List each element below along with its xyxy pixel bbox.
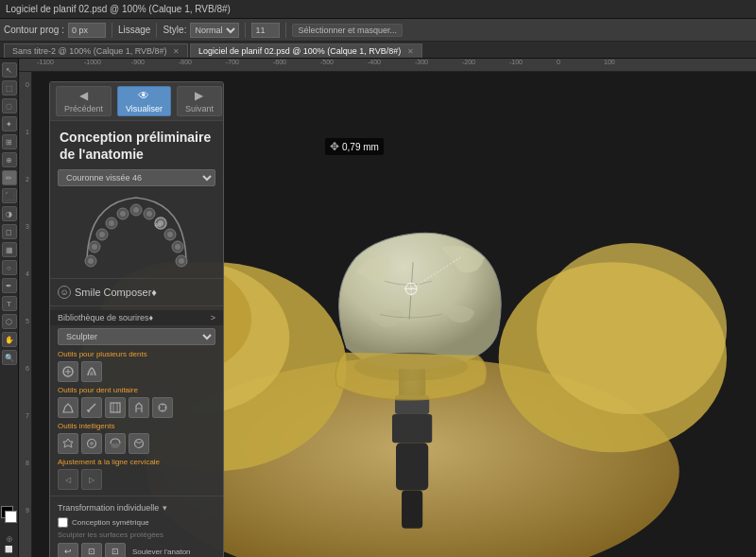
symmetric-row: Conception symétrique	[50, 515, 223, 530]
lissage-label: Lissage	[118, 25, 150, 35]
svg-point-5	[537, 243, 727, 414]
tab-bar: Sans titre-2 @ 100% (Calque 1, RVB/8#) ✕…	[0, 42, 756, 59]
ruler-horizontal: -1100 -1000 -900 -800 -700 -600 -500 -40…	[19, 59, 756, 72]
tab-0[interactable]: Sans titre-2 @ 100% (Calque 1, RVB/8#) ✕	[4, 44, 188, 58]
tool-crop[interactable]: ⊞	[2, 134, 17, 149]
tab-close-0[interactable]: ✕	[173, 47, 180, 56]
svg-point-33	[120, 211, 126, 217]
tool-single-2[interactable]	[81, 397, 102, 418]
tool-wand[interactable]: ✦	[2, 116, 17, 131]
panel-nav: ◀ Précédent 👁 Visualiser ▶ Suivant	[50, 82, 223, 121]
tool-eyedropper[interactable]: ⊕	[2, 152, 17, 167]
toolbar: Contour prog : Lissage Style: Normal Sél…	[0, 19, 756, 42]
measurement-label: ✥ 0,79 mm	[325, 138, 384, 155]
tool-pen[interactable]: ✒	[2, 278, 17, 293]
smile-composer-label: Smile Composer♦	[75, 287, 157, 298]
tool-lasso[interactable]: ◌	[2, 98, 17, 113]
tool-dodge[interactable]: ○	[2, 260, 17, 275]
svg-point-35	[146, 211, 152, 217]
view-button[interactable]: 👁 Visualiser	[117, 86, 171, 116]
tool-multi-2[interactable]	[81, 361, 102, 382]
tab-close-1[interactable]: ✕	[407, 47, 414, 56]
frame-button-1[interactable]: ⊡	[81, 543, 102, 557]
lift-label: Soulever l'anaton	[132, 548, 191, 556]
left-tool-panel: ↖ ⬚ ◌ ✦ ⊞ ⊕ ✏ ⬛ ◑ ◻ ▦ ○ ✒ T ⬡ ✋ 🔍 ◎ ⬜	[0, 59, 19, 557]
multi-teeth-tools	[50, 359, 223, 384]
separator-2	[156, 23, 157, 38]
tool-brush[interactable]: ✏	[2, 170, 17, 185]
style-label: Style:	[163, 25, 186, 35]
conception-panel: ◀ Précédent 👁 Visualiser ▶ Suivant	[49, 81, 224, 557]
tool-smart-4[interactable]	[129, 433, 149, 454]
separator-4	[285, 23, 286, 38]
svg-point-29	[88, 258, 94, 264]
separator-1	[112, 23, 112, 38]
adj-btn-2[interactable]: ▷	[81, 469, 102, 490]
protected-surfaces-label: Sculpter les surfaces protégées	[50, 530, 223, 540]
background-color[interactable]	[5, 511, 17, 523]
svg-point-38	[175, 244, 180, 250]
tab-1[interactable]: Logiciel de planif 02.psd @ 100% (Calque…	[190, 44, 422, 58]
transform-header: Transformation individuelle ▾	[50, 500, 223, 515]
single-tooth-label: Outils pour dent unitaire	[50, 384, 223, 395]
transform-expand[interactable]: ▾	[163, 503, 167, 513]
adjustment-label: Ajustement à la ligne cervicale	[50, 456, 223, 467]
tool-eraser[interactable]: ◻	[2, 224, 17, 239]
screen-mode[interactable]: ⬜	[5, 546, 13, 553]
library-header: Bibliothèque de sourires♦ >	[50, 310, 223, 325]
next-button[interactable]: ▶ Suivant	[177, 86, 222, 116]
library-title: Bibliothèque de sourires♦	[58, 313, 207, 322]
contour-input[interactable]	[68, 23, 106, 38]
tool-stamp[interactable]: ⬛	[2, 188, 17, 203]
tool-zoom[interactable]: 🔍	[2, 350, 17, 365]
tool-text[interactable]: T	[2, 296, 17, 311]
tool-single-1[interactable]	[58, 397, 78, 418]
svg-point-36	[158, 220, 163, 226]
tool-history[interactable]: ◑	[2, 206, 17, 221]
crown-type-select[interactable]: Couronne vissée 46	[58, 169, 215, 186]
teeth-arc-container: 46	[50, 189, 223, 274]
symmetric-label: Conception symétrique	[72, 518, 149, 527]
tool-single-4[interactable]	[129, 397, 149, 418]
smile-composer-row[interactable]: ☺ Smile Composer♦	[50, 283, 223, 302]
single-tooth-tools	[50, 395, 223, 420]
teeth-arc-svg: 46	[77, 193, 196, 270]
adj-btn-1[interactable]: ◁	[58, 469, 78, 490]
divider-3	[50, 496, 223, 496]
color-swatches-area	[1, 506, 18, 532]
tool-smart-3[interactable]	[105, 433, 126, 454]
smart-tools-label: Outils intelligents	[50, 420, 223, 431]
svg-point-37	[167, 232, 173, 237]
style-select[interactable]: Normal	[190, 23, 239, 38]
tool-smart-1[interactable]	[58, 433, 78, 454]
undo-button[interactable]: ↩	[58, 543, 78, 557]
panel-title: Conception préliminaire de l'anatomie	[50, 121, 223, 166]
sculpt-mode-select[interactable]: Sculpter Lisser	[58, 328, 215, 345]
tool-single-3[interactable]	[105, 397, 126, 418]
tool-smart-2[interactable]	[81, 433, 102, 454]
main-area: ↖ ⬚ ◌ ✦ ⊞ ⊕ ✏ ⬛ ◑ ◻ ▦ ○ ✒ T ⬡ ✋ 🔍 ◎ ⬜ -1…	[0, 59, 756, 557]
svg-marker-55	[63, 439, 73, 447]
svg-point-32	[109, 220, 114, 226]
prev-button[interactable]: ◀ Précédent	[56, 86, 112, 116]
ruler-vertical: 0 1 2 3 4 5 6 7 8 9	[19, 72, 32, 557]
quick-mask[interactable]: ◎	[7, 535, 12, 543]
tool-arrow[interactable]: ↖	[2, 62, 17, 78]
bottom-tools-row: ↩ ⊡ ⊡ Soulever l'anaton	[50, 540, 223, 557]
smile-icon: ☺	[58, 286, 71, 299]
svg-rect-46	[111, 403, 120, 412]
tool-select[interactable]: ⬚	[2, 80, 17, 96]
tool-hand[interactable]: ✋	[2, 332, 17, 347]
select-mask-button[interactable]: Sélectionner et masquer...	[292, 24, 403, 37]
multi-teeth-label: Outils pour plusieurs dents	[50, 348, 223, 359]
tool-single-5[interactable]	[152, 397, 173, 418]
3d-viewport[interactable]: ✥ 0,79 mm ◀ Précédent 👁 Visualiser	[32, 72, 756, 557]
tool-shape[interactable]: ⬡	[2, 314, 17, 329]
library-expand-icon[interactable]: >	[211, 313, 215, 322]
frame-button-2[interactable]: ⊡	[105, 543, 126, 557]
tool-multi-1[interactable]	[58, 361, 78, 382]
svg-point-57	[90, 442, 94, 445]
tool-gradient[interactable]: ▦	[2, 242, 17, 257]
symmetric-checkbox[interactable]	[58, 517, 68, 528]
height-input[interactable]	[251, 23, 280, 38]
